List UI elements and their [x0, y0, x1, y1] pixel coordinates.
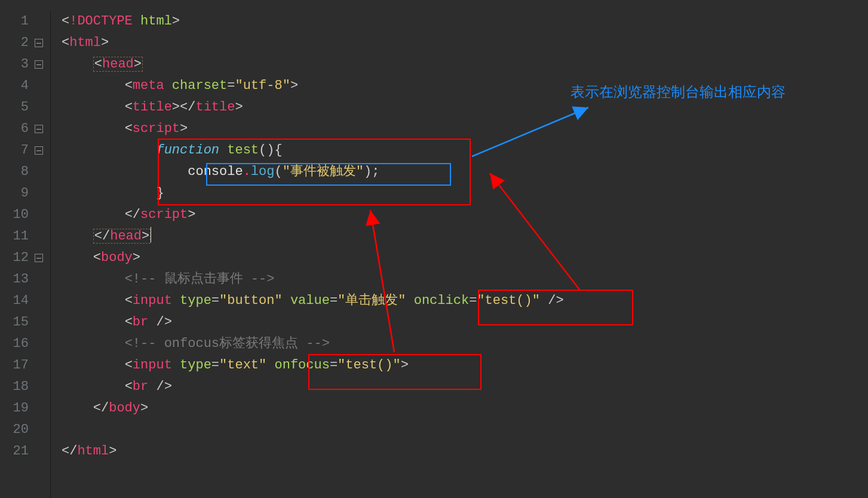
code-line: <body>	[62, 247, 868, 269]
annotation-box	[206, 163, 451, 186]
code-line: </head>	[62, 226, 868, 247]
code-line: <head>	[62, 54, 868, 75]
code-line: <html>	[62, 32, 868, 54]
line-num: 14	[12, 290, 29, 312]
line-num: 19	[12, 398, 29, 419]
line-number-gutter: 1 2 3 4 5 6 7 8 9 10 11 12 13 14 15 16 1…	[0, 11, 51, 498]
code-line: <script>	[62, 118, 868, 140]
annotation-box	[478, 290, 633, 325]
line-num: 6	[12, 118, 29, 140]
line-num: 9	[12, 183, 29, 204]
line-num: 15	[12, 312, 29, 333]
code-line: <!-- 鼠标点击事件 -->	[62, 269, 868, 290]
fold-toggle-icon[interactable]	[35, 146, 43, 155]
annotation-box	[308, 354, 481, 390]
code-line: </script>	[62, 204, 868, 226]
code-line: </body>	[62, 398, 868, 419]
code-line: <!-- onfocus标签获得焦点 -->	[62, 333, 868, 355]
line-num: 12	[12, 247, 29, 269]
annotation-text: 表示在浏览器控制台输出相应内容	[571, 82, 786, 102]
line-num: 11	[12, 226, 29, 247]
fold-toggle-icon[interactable]	[35, 60, 43, 69]
line-num: 17	[12, 355, 29, 376]
fold-toggle-icon[interactable]	[35, 125, 43, 133]
code-line: <br />	[62, 312, 868, 333]
line-num: 18	[12, 376, 29, 398]
line-num: 7	[12, 140, 29, 161]
line-num: 10	[12, 204, 29, 226]
code-editor[interactable]: 1 2 3 4 5 6 7 8 9 10 11 12 13 14 15 16 1…	[0, 0, 868, 498]
line-num: 2	[12, 32, 29, 54]
line-num: 16	[12, 333, 29, 355]
fold-toggle-icon[interactable]	[35, 39, 43, 47]
line-num: 21	[12, 441, 29, 462]
line-num: 20	[12, 419, 29, 441]
line-num: 13	[12, 269, 29, 290]
fold-toggle-icon[interactable]	[35, 254, 43, 262]
code-line: <input type="button" value="单击触发" onclic…	[62, 290, 868, 312]
code-line: </html>	[62, 441, 868, 462]
line-num: 1	[12, 11, 29, 32]
line-num: 8	[12, 161, 29, 183]
line-num: 3	[12, 54, 29, 75]
code-line	[62, 419, 868, 441]
code-line: <!DOCTYPE html>	[62, 11, 868, 32]
line-num: 4	[12, 75, 29, 97]
text-cursor	[151, 227, 151, 242]
line-num: 5	[12, 97, 29, 118]
